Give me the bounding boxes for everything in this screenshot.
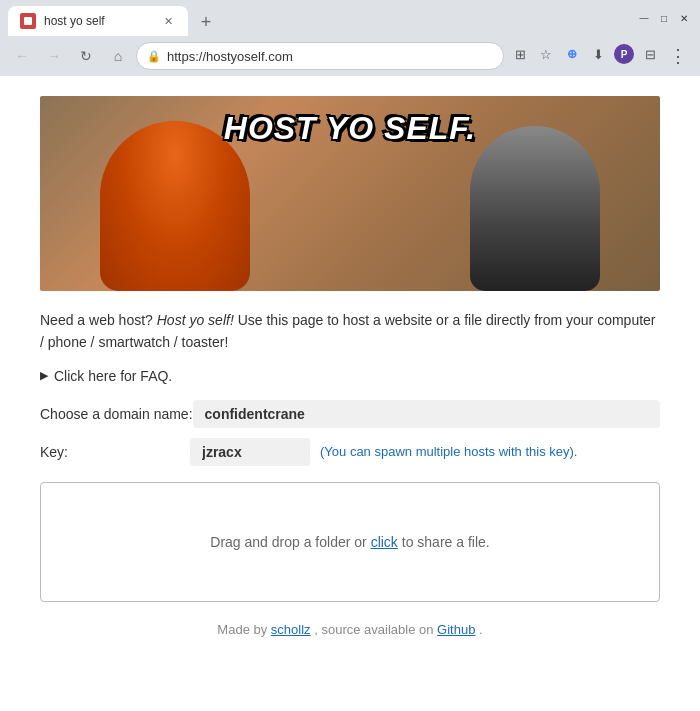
bookmark-icon[interactable]: ☆ <box>534 42 558 66</box>
drop-zone[interactable]: Drag and drop a folder or click to share… <box>40 482 660 602</box>
hero-image: HOST YO SELF. <box>40 96 660 291</box>
drop-zone-text: Drag and drop a folder or click to share… <box>210 534 489 550</box>
profile-area[interactable]: P <box>612 42 636 66</box>
domain-label: Choose a domain name: <box>40 406 193 422</box>
page-inner: HOST YO SELF. Need a web host? Host yo s… <box>0 76 700 667</box>
translate-icon[interactable]: ⊞ <box>508 42 532 66</box>
figure-right <box>470 126 600 291</box>
google-apps-icon[interactable]: ⊕ <box>560 42 584 66</box>
intro-italic: Host yo self! <box>157 312 234 328</box>
back-button[interactable]: ← <box>8 42 36 70</box>
forward-button[interactable]: → <box>40 42 68 70</box>
domain-value: confidentcrane <box>193 400 660 428</box>
drop-text-2: to share a file. <box>402 534 490 550</box>
key-input[interactable] <box>190 438 310 466</box>
browser-frame: host yo self ✕ + ← → ↻ ⌂ 🔒 https://hosty… <box>0 0 700 76</box>
domain-row: Choose a domain name: confidentcrane <box>40 400 660 428</box>
key-hint: (You can spawn multiple hosts with this … <box>320 444 577 459</box>
extensions-icon[interactable]: ⊟ <box>638 42 662 66</box>
tab-close-button[interactable]: ✕ <box>160 13 176 29</box>
minimize-button[interactable] <box>636 10 652 26</box>
footer-link-schollz[interactable]: schollz <box>271 622 311 637</box>
faq-section: ▶ Click here for FAQ. <box>40 368 660 384</box>
title-bar: host yo self ✕ + <box>0 0 700 36</box>
nav-bar: ← → ↻ ⌂ 🔒 https://hostyoself.com ⊞ ☆ ⊕ ⬇… <box>0 36 700 76</box>
page-footer: Made by schollz , source available on Gi… <box>40 622 660 637</box>
tabs-area: host yo self ✕ + <box>8 0 636 36</box>
intro-text-1: Need a web host? <box>40 312 153 328</box>
drop-text-1: Drag and drop a folder or <box>210 534 366 550</box>
home-button[interactable]: ⌂ <box>104 42 132 70</box>
active-tab[interactable]: host yo self ✕ <box>8 6 188 36</box>
profile-icon: P <box>614 44 634 64</box>
download-icon[interactable]: ⬇ <box>586 42 610 66</box>
nav-icons: ⊞ ☆ ⊕ ⬇ P ⊟ ⋮ <box>508 42 692 70</box>
tab-favicon <box>20 13 36 29</box>
window-controls <box>636 10 692 26</box>
footer-text-3: . <box>479 622 483 637</box>
reload-button[interactable]: ↻ <box>72 42 100 70</box>
intro-text: Need a web host? Host yo self! Use this … <box>40 309 660 354</box>
drop-click-link[interactable]: click <box>371 534 398 550</box>
faq-arrow: ▶ <box>40 369 48 382</box>
close-button[interactable] <box>676 10 692 26</box>
more-menu-button[interactable]: ⋮ <box>664 42 692 70</box>
key-label: Key: <box>40 444 190 460</box>
tab-label: host yo self <box>44 14 152 28</box>
page-content: HOST YO SELF. Need a web host? Host yo s… <box>0 76 700 711</box>
address-bar[interactable]: 🔒 https://hostyoself.com <box>136 42 504 70</box>
footer-link-github[interactable]: Github <box>437 622 475 637</box>
key-row: Key: (You can spawn multiple hosts with … <box>40 438 660 466</box>
maximize-button[interactable] <box>656 10 672 26</box>
url-text: https://hostyoself.com <box>167 49 493 64</box>
footer-text-1: Made by <box>217 622 267 637</box>
new-tab-button[interactable]: + <box>192 8 220 36</box>
hero-title: HOST YO SELF. <box>224 110 476 147</box>
footer-text-2: , source available on <box>314 622 433 637</box>
faq-link[interactable]: Click here for FAQ. <box>54 368 172 384</box>
lock-icon: 🔒 <box>147 50 161 63</box>
